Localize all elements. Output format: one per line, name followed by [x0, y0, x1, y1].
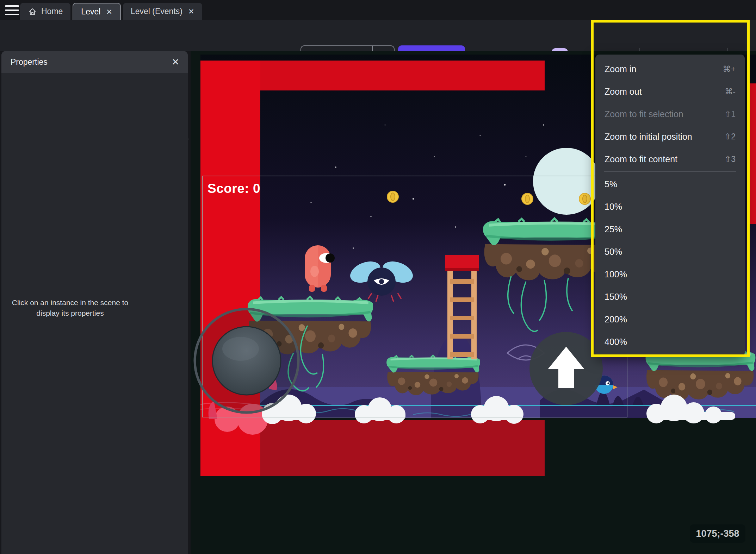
score-text[interactable]: Score: 0 — [207, 181, 260, 196]
tab-label: Level — [81, 7, 100, 17]
zoom-menu-item[interactable]: Zoom in ⌘+ — [595, 58, 745, 80]
zoom-level-label: 150% — [605, 292, 627, 302]
jump-button-control[interactable] — [529, 332, 603, 405]
zoom-level-label: 100% — [605, 269, 627, 279]
close-icon[interactable]: ✕ — [106, 8, 112, 16]
properties-panel: Properties ✕ Click on an instance in the… — [1, 51, 188, 554]
close-icon[interactable]: ✕ — [172, 57, 179, 67]
zoom-menu-actions: Zoom in ⌘+ Zoom out ⌘- Zoom to fit selec… — [595, 58, 745, 170]
zoom-level-item[interactable]: 5% — [595, 173, 745, 195]
menu-item-label: Zoom in — [605, 64, 636, 74]
tab-home[interactable]: Home — [20, 3, 70, 20]
toolbar: Preview Publish — [0, 20, 756, 51]
coin[interactable] — [522, 193, 533, 204]
top-tab-bar: Home Level ✕ Level (Events) ✕ — [0, 0, 756, 20]
zoom-level-label: 10% — [605, 202, 622, 212]
zoom-level-item[interactable]: 200% — [595, 308, 745, 330]
home-icon — [28, 7, 37, 16]
panel-title: Properties — [11, 57, 48, 67]
joystick-control[interactable] — [195, 309, 298, 413]
zoom-menu-item[interactable]: Zoom out ⌘- — [595, 80, 745, 103]
menu-item-shortcut: ⇧3 — [724, 155, 736, 164]
zoom-level-label: 400% — [605, 337, 627, 347]
menu-divider — [604, 171, 736, 172]
platform[interactable] — [646, 349, 756, 400]
hamburger-menu-icon[interactable] — [5, 4, 19, 16]
zoom-level-item[interactable]: 100% — [595, 263, 745, 285]
tab-label: Level (Events) — [131, 7, 182, 16]
tab-level-events[interactable]: Level (Events) ✕ — [123, 3, 202, 20]
tab-strip: Home Level ✕ Level (Events) ✕ — [20, 3, 202, 20]
zoom-level-options: 5% 10% 25% 50% 100% 150% — [595, 173, 745, 353]
zoom-level-item[interactable]: 150% — [595, 285, 745, 308]
menu-item-label: Zoom to fit content — [605, 154, 677, 164]
properties-panel-header: Properties ✕ — [1, 51, 188, 73]
zoom-level-label: 200% — [605, 314, 627, 325]
close-icon[interactable]: ✕ — [188, 7, 194, 16]
zoom-level-item[interactable]: 10% — [595, 195, 745, 218]
menu-item-shortcut: ⇧1 — [724, 109, 736, 119]
coin[interactable] — [579, 193, 590, 204]
moon[interactable] — [533, 148, 600, 215]
zoom-level-label: 50% — [605, 247, 622, 257]
zoom-level-label: 25% — [605, 224, 622, 234]
coin[interactable] — [387, 191, 398, 202]
menu-item-shortcut: ⇧2 — [724, 132, 736, 141]
platform[interactable] — [386, 355, 480, 395]
zoom-level-item[interactable]: 50% — [595, 240, 745, 263]
menu-item-shortcut: ⌘- — [725, 87, 736, 96]
zoom-menu-item[interactable]: Zoom to fit content ⇧3 — [595, 148, 745, 170]
menu-item-label: Zoom to initial position — [605, 132, 692, 142]
menu-item-label: Zoom to fit selection — [605, 109, 683, 119]
menu-item-shortcut: ⌘+ — [723, 64, 736, 74]
zoom-level-item[interactable]: 25% — [595, 218, 745, 240]
zoom-level-label: 5% — [605, 179, 617, 189]
tab-label: Home — [41, 7, 63, 16]
menu-item-label: Zoom out — [605, 87, 642, 97]
cursor-coordinates-badge: 1075;-358 — [690, 524, 745, 543]
empty-properties-message: Click on an instance in the scene to dis… — [8, 297, 132, 319]
zoom-level-item[interactable]: 400% — [595, 330, 745, 353]
zoom-menu-item[interactable]: Zoom to fit selection ⇧1 — [595, 103, 745, 125]
zoom-dropdown-menu: Zoom in ⌘+ Zoom out ⌘- Zoom to fit selec… — [595, 55, 745, 356]
app-window: Home Level ✕ Level (Events) ✕ Prev — [0, 0, 756, 554]
zoom-menu-item[interactable]: Zoom to initial position ⇧2 — [595, 125, 745, 148]
tab-level[interactable]: Level ✕ — [73, 3, 121, 20]
